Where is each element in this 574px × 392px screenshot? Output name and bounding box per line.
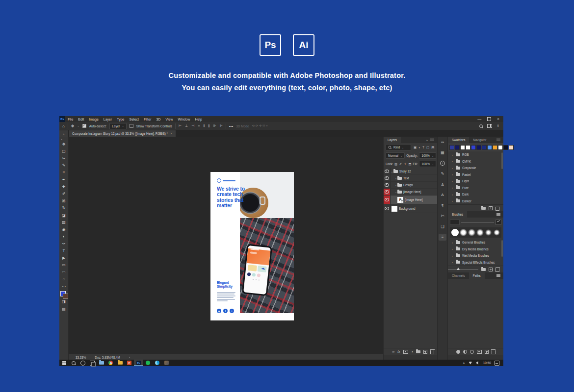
tool-button[interactable]: ✚ <box>60 183 67 191</box>
brush-preview[interactable] <box>493 229 500 236</box>
background-color-swatch[interactable] <box>63 294 68 299</box>
brush-preview[interactable] <box>485 229 492 236</box>
task-view-icon[interactable] <box>87 360 97 366</box>
layer-comps-panel-icon[interactable]: ❏ <box>439 223 446 230</box>
wifi-icon[interactable] <box>469 362 472 365</box>
tool-button[interactable]: ✑ <box>60 240 67 247</box>
photoshop-taskbar-icon[interactable]: Ps <box>134 360 143 366</box>
expand-icon[interactable]: › <box>451 186 454 189</box>
clock[interactable]: 10:50 <box>483 361 491 365</box>
mask-from-path-icon[interactable] <box>477 350 482 354</box>
selection-from-path-icon[interactable] <box>470 350 474 354</box>
tool-button[interactable]: ◠ <box>60 269 67 276</box>
properties-panel-icon[interactable]: ✄ <box>439 213 446 220</box>
layer-filter-icon[interactable]: ⬒ <box>431 146 434 149</box>
layer-row-image-here-group[interactable]: ⌄ [Image Here] <box>384 189 437 196</box>
align-icon[interactable]: ⊣ <box>191 124 194 128</box>
tool-button[interactable]: ✐ <box>60 191 67 198</box>
tool-button[interactable]: ⌘ <box>60 197 67 205</box>
new-layer-icon[interactable] <box>423 350 427 354</box>
expand-icon[interactable]: › <box>451 160 454 163</box>
menu-item[interactable]: Help <box>192 118 204 121</box>
quick-mask-button[interactable]: ◨ <box>60 298 67 306</box>
swatch-folder-row[interactable]: › Pastel <box>448 172 503 178</box>
tool-button[interactable]: ▧ <box>60 219 67 226</box>
blend-mode-dropdown[interactable]: Normal ⌄ <box>386 152 405 159</box>
tool-button[interactable]: ▢ <box>60 148 67 155</box>
show-transform-checkbox[interactable] <box>130 124 133 128</box>
visibility-eye-icon[interactable] <box>385 207 389 210</box>
tool-button[interactable]: ◉ <box>60 226 67 233</box>
collapse-panel-icon[interactable]: » <box>426 139 428 142</box>
delete-path-icon[interactable] <box>492 350 496 354</box>
file-explorer-icon[interactable] <box>97 360 106 366</box>
notification-icon[interactable] <box>495 361 499 366</box>
restore-icon[interactable] <box>487 117 491 121</box>
paragraph-panel-icon[interactable]: ¶ <box>439 202 446 209</box>
color-swatch[interactable] <box>460 145 465 150</box>
photo-app-icon[interactable] <box>162 360 171 366</box>
swatch-folder-row[interactable]: › Light <box>448 178 503 185</box>
visibility-eye-icon[interactable] <box>385 183 389 187</box>
auto-select-target-dropdown[interactable]: Layer ⌄ <box>109 123 126 129</box>
color-swatch[interactable] <box>493 145 497 150</box>
move-tool-icon[interactable]: ✥ <box>71 124 75 128</box>
adjustment-layer-icon[interactable]: ◑ <box>411 350 413 353</box>
tool-button[interactable]: ✒ <box>60 176 67 184</box>
layer-row-background[interactable]: Background <box>384 204 437 213</box>
layer-filter-icon[interactable]: T <box>422 146 424 149</box>
brush-stroke-preview-icon[interactable] <box>496 220 501 225</box>
add-mask-icon[interactable] <box>403 350 408 354</box>
expand-icon[interactable]: › <box>451 173 454 176</box>
visibility-eye-icon[interactable] <box>385 176 389 180</box>
tab-layers[interactable]: Layers <box>384 137 401 143</box>
brush-folder-row[interactable]: › Special Effects Brushes <box>448 259 503 266</box>
expand-icon[interactable]: › <box>451 199 454 202</box>
align-icon[interactable]: ⊪ <box>213 124 216 128</box>
minimize-icon[interactable]: — <box>477 117 481 121</box>
stroke-path-icon[interactable] <box>463 350 467 354</box>
new-swatch-icon[interactable] <box>489 206 493 210</box>
spotify-icon[interactable] <box>143 360 153 366</box>
brush-preview[interactable] <box>451 229 459 236</box>
align-icon[interactable]: ⊢ <box>179 124 182 128</box>
expand-icon[interactable]: › <box>451 180 454 183</box>
color-swatch[interactable] <box>471 145 476 150</box>
expand-icon[interactable]: › <box>451 254 454 257</box>
brush-preview[interactable] <box>468 229 475 236</box>
smart-object-thumbnail[interactable]: P <box>397 197 403 203</box>
opacity-dropdown[interactable]: 100% ⌄ <box>419 152 436 159</box>
tool-button[interactable]: ▶ <box>60 254 67 262</box>
panel-menu-icon[interactable] <box>496 140 500 140</box>
layer-row-text[interactable]: › Text <box>384 175 437 182</box>
cortana-icon[interactable] <box>78 360 87 366</box>
lock-icon[interactable]: ⬒ <box>409 162 412 166</box>
layer-filter-icon[interactable]: ◐ <box>418 146 420 149</box>
swatch-folder-row[interactable]: › Dark <box>448 191 503 198</box>
layer-filter-icon[interactable]: ▢ <box>426 146 429 149</box>
fill-dropdown[interactable]: 100% ⌄ <box>419 161 436 167</box>
toolbar-collapse-corner[interactable]: » <box>59 130 69 137</box>
layer-filter-icon[interactable]: ▣ <box>414 146 417 149</box>
expand-icon[interactable]: › <box>451 193 454 196</box>
new-path-icon[interactable] <box>485 350 489 354</box>
background-thumbnail[interactable] <box>391 206 397 212</box>
document-close-icon[interactable]: × <box>170 132 172 135</box>
menu-item[interactable]: View <box>163 118 176 121</box>
taskbar-search-icon[interactable] <box>69 360 78 366</box>
color-swatch[interactable] <box>498 145 503 150</box>
document-tab[interactable]: Coorporate Instagram Story 12.psd @ 33,3… <box>69 130 176 137</box>
color-swatch[interactable] <box>449 145 454 150</box>
lock-icon[interactable]: ✐ <box>399 162 402 166</box>
expand-icon[interactable]: › <box>451 261 454 264</box>
tool-button[interactable]: ⋯ <box>60 283 67 290</box>
align-icon[interactable]: ≡ <box>198 124 200 128</box>
tray-expand-icon[interactable]: ∧ <box>463 361 465 365</box>
tool-button[interactable]: ◪ <box>60 212 67 219</box>
color-swatch[interactable] <box>503 145 508 150</box>
delete-layer-icon[interactable] <box>430 350 434 354</box>
tool-button[interactable]: ↻ <box>60 205 67 212</box>
align-icon[interactable]: ⊥ <box>185 124 188 128</box>
libraries-panel-icon[interactable]: ♙ <box>439 181 446 188</box>
menu-item[interactable]: 3D <box>154 118 163 121</box>
